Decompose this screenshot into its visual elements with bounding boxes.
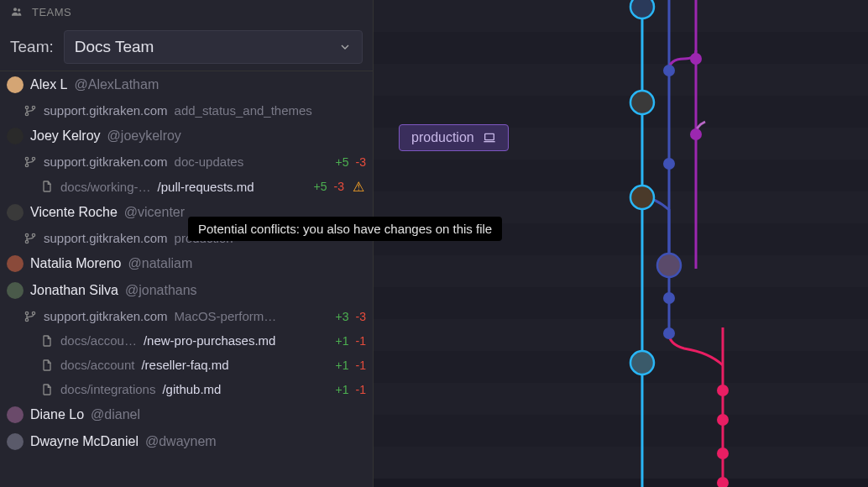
svg-point-29	[630, 0, 654, 18]
member-handle: @vicenter	[124, 205, 185, 220]
file-icon	[40, 359, 54, 372]
svg-point-19	[663, 65, 675, 76]
team-member[interactable]: Diane Lo @dianel	[0, 401, 373, 428]
team-selector-row: Team: Docs Team	[0, 24, 373, 71]
team-member[interactable]: Alex L @AlexLatham	[0, 71, 373, 98]
conflict-tooltip: Potential conflicts: you also have chang…	[188, 217, 502, 241]
file-path: docs/account	[60, 358, 134, 372]
svg-point-30	[630, 91, 654, 114]
svg-point-31	[630, 186, 654, 209]
member-list: Alex L @AlexLathamsupport.gitkraken.com …	[0, 71, 373, 487]
svg-point-33	[630, 351, 654, 374]
branch-icon	[24, 310, 37, 323]
svg-point-23	[663, 292, 675, 304]
people-icon	[10, 5, 24, 18]
additions: +1	[336, 383, 349, 396]
additions: +1	[336, 359, 349, 372]
svg-point-13	[32, 312, 34, 314]
svg-point-6	[25, 164, 28, 166]
team-member[interactable]: Jonathan Silva @jonathans	[0, 277, 373, 304]
file-path: docs/working-…	[60, 180, 151, 194]
file-path: docs/accou…	[60, 333, 137, 348]
svg-point-27	[717, 448, 729, 459]
member-handle: @nataliam	[128, 256, 193, 271]
svg-point-28	[717, 477, 729, 487]
branch-name: doc-updates	[175, 154, 244, 169]
team-label: Team:	[10, 38, 54, 56]
file-row[interactable]: docs/working-… /pull-requests.md +5 -3⚠	[0, 174, 373, 199]
avatar	[7, 255, 24, 272]
svg-point-10	[32, 233, 34, 236]
member-name: Alex L	[30, 77, 67, 92]
member-handle: @jonathans	[125, 283, 197, 298]
branch-icon	[24, 104, 37, 118]
avatar	[7, 76, 24, 93]
commit-graph-panel: production	[374, 0, 868, 487]
team-dropdown-value: Docs Team	[75, 38, 154, 56]
file-row[interactable]: docs/accou… /new-pro-purchases.md +1 -1	[0, 328, 373, 353]
file-icon	[40, 334, 54, 348]
team-member[interactable]: Natalia Moreno @nataliam	[0, 250, 373, 277]
teams-sidebar: TEAMS Team: Docs Team Alex L @AlexLatham…	[0, 0, 374, 487]
repo-name: support.gitkraken.com	[44, 309, 168, 323]
additions: +1	[336, 334, 349, 348]
warning-icon: ⚠	[351, 179, 366, 194]
repo-name: support.gitkraken.com	[44, 103, 168, 118]
branch-icon	[24, 232, 37, 245]
svg-point-2	[25, 106, 28, 108]
deletions: -3	[356, 310, 366, 323]
svg-point-8	[25, 233, 28, 236]
svg-point-12	[25, 318, 28, 321]
additions: +5	[314, 180, 327, 193]
branch-name: add_status_and_themes	[175, 103, 312, 118]
svg-point-7	[32, 157, 34, 160]
teams-header-label: TEAMS	[32, 6, 71, 18]
svg-point-1	[18, 8, 20, 11]
repo-name: support.gitkraken.com	[44, 154, 168, 169]
avatar	[7, 204, 24, 221]
member-name: Dwayne McDaniel	[30, 434, 139, 449]
file-name: /reseller-faq.md	[141, 358, 228, 372]
deletions: -3	[334, 180, 344, 193]
avatar	[7, 433, 24, 450]
chevron-down-icon	[338, 40, 352, 54]
svg-point-11	[25, 312, 28, 314]
file-path: docs/integrations	[60, 382, 155, 396]
file-name: /pull-requests.md	[158, 180, 254, 194]
file-name: /github.md	[162, 382, 221, 396]
repo-row[interactable]: support.gitkraken.com MacOS-perform…+3-3	[0, 304, 373, 328]
member-handle: @dwaynem	[145, 434, 217, 449]
svg-point-25	[717, 385, 729, 396]
svg-point-32	[657, 254, 681, 277]
deletions: -3	[356, 155, 366, 169]
file-icon	[40, 383, 54, 396]
deletions: -1	[356, 359, 366, 372]
svg-point-9	[25, 240, 28, 243]
member-name: Vicente Roche	[30, 205, 118, 220]
team-member[interactable]: Dwayne McDaniel @dwaynem	[0, 428, 373, 455]
commit-graph	[374, 0, 868, 487]
avatar	[7, 406, 24, 423]
svg-point-5	[25, 157, 28, 160]
repo-row[interactable]: support.gitkraken.com doc-updates+5-3	[0, 149, 373, 174]
additions: +5	[336, 155, 349, 169]
deletions: -1	[356, 383, 366, 396]
member-handle: @AlexLatham	[74, 77, 159, 92]
file-row[interactable]: docs/account /reseller-faq.md +1 -1	[0, 353, 373, 377]
svg-point-0	[13, 8, 17, 11]
team-member[interactable]: Joey Kelroy @joeykelroy	[0, 123, 373, 149]
additions: +3	[336, 310, 349, 323]
svg-point-22	[663, 158, 675, 170]
svg-point-20	[690, 53, 702, 65]
member-name: Jonathan Silva	[30, 283, 118, 298]
member-name: Joey Kelroy	[30, 128, 101, 144]
svg-point-3	[25, 113, 28, 115]
svg-point-24	[663, 327, 675, 339]
file-row[interactable]: docs/integrations /github.md +1 -1	[0, 377, 373, 401]
branch-name: MacOS-perform…	[175, 309, 277, 323]
file-icon	[40, 180, 54, 193]
repo-row[interactable]: support.gitkraken.com add_status_and_the…	[0, 98, 373, 123]
avatar	[7, 282, 24, 299]
branch-icon	[24, 155, 37, 169]
team-dropdown[interactable]: Docs Team	[64, 30, 363, 64]
